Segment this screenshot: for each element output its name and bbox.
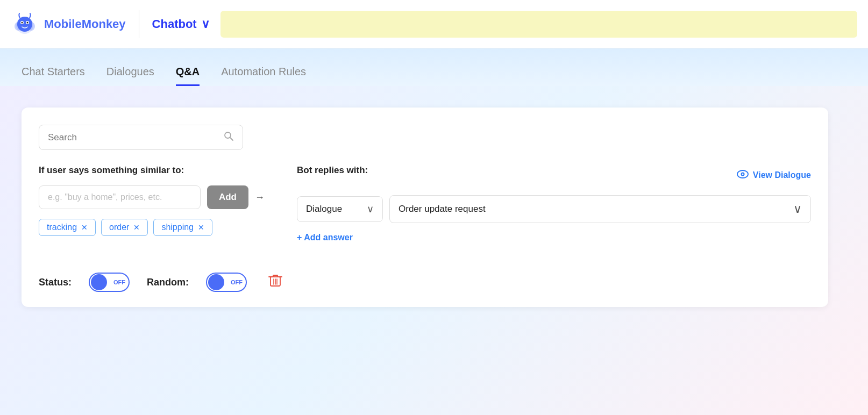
svg-point-8 <box>225 132 231 138</box>
random-toggle-label: OFF <box>231 279 243 285</box>
main-content: If user says something similar to: Add →… <box>0 86 868 415</box>
tag-remove-order[interactable]: ✕ <box>133 223 140 232</box>
tag-remove-shipping[interactable]: ✕ <box>198 223 204 232</box>
user-says-label: If user says something similar to: <box>39 165 265 176</box>
dialogue-type-select[interactable]: Dialogue ∨ <box>297 196 383 222</box>
qa-card: If user says something similar to: Add →… <box>22 108 828 307</box>
arrow-right-icon: → <box>255 192 265 203</box>
status-toggle-label: OFF <box>113 279 125 285</box>
header-banner <box>220 11 857 38</box>
delete-button[interactable] <box>268 273 282 291</box>
dialogue-row: Dialogue ∨ Order update request ∨ <box>297 195 811 223</box>
add-row: Add → <box>39 185 265 209</box>
qa-section: If user says something similar to: Add →… <box>39 165 811 242</box>
svg-point-6 <box>22 22 23 23</box>
search-icon <box>223 131 234 144</box>
bottom-row: Status: OFF Random: OFF <box>39 262 811 292</box>
left-section: If user says something similar to: Add →… <box>39 165 265 242</box>
tab-qna[interactable]: Q&A <box>176 66 200 86</box>
add-button[interactable]: Add <box>207 185 248 209</box>
chatbot-label: Chatbot <box>152 17 197 31</box>
right-section: Bot replies with: View Dialogue <box>265 165 811 242</box>
tab-automation-rules[interactable]: Automation Rules <box>221 66 306 86</box>
random-toggle[interactable]: OFF <box>206 273 247 292</box>
svg-point-7 <box>27 22 29 23</box>
dialogue-type-label: Dialogue <box>306 204 342 214</box>
random-label: Random: <box>147 277 189 288</box>
svg-point-12 <box>742 174 743 175</box>
add-answer-button[interactable]: + Add answer <box>297 233 353 242</box>
tag-shipping: shipping ✕ <box>153 219 212 236</box>
phrase-input[interactable] <box>39 185 201 209</box>
dialogue-name-label: Order update request <box>399 204 486 214</box>
search-input[interactable] <box>48 132 223 143</box>
svg-point-3 <box>17 17 32 32</box>
tab-dialogues[interactable]: Dialogues <box>106 66 154 86</box>
header: MobileMonkey Chatbot ∨ <box>0 0 868 48</box>
dialogue-name-select[interactable]: Order update request ∨ <box>389 195 811 223</box>
logo-icon <box>11 10 39 38</box>
tags-row: tracking ✕ order ✕ shipping ✕ <box>39 219 265 236</box>
tag-order: order ✕ <box>101 219 148 236</box>
chevron-down-icon: ∨ <box>367 203 374 215</box>
tag-label: tracking <box>47 223 77 232</box>
bot-replies-header: Bot replies with: View Dialogue <box>297 165 811 185</box>
tab-chat-starters[interactable]: Chat Starters <box>22 66 85 86</box>
logo-area: MobileMonkey <box>11 10 139 38</box>
eye-icon <box>737 170 749 181</box>
chevron-down-icon: ∨ <box>793 202 802 216</box>
bot-replies-label: Bot replies with: <box>297 165 368 176</box>
search-wrapper <box>39 125 243 150</box>
tag-remove-tracking[interactable]: ✕ <box>81 223 88 232</box>
tag-label: shipping <box>161 223 194 232</box>
status-label: Status: <box>39 277 72 288</box>
status-toggle[interactable]: OFF <box>89 273 130 292</box>
view-dialogue-label: View Dialogue <box>753 170 811 180</box>
chevron-down-icon: ∨ <box>201 17 210 31</box>
svg-line-9 <box>230 138 233 140</box>
tag-tracking: tracking ✕ <box>39 219 96 236</box>
tag-label: order <box>109 223 129 232</box>
logo-text: MobileMonkey <box>44 17 126 31</box>
chatbot-dropdown-button[interactable]: Chatbot ∨ <box>152 17 210 31</box>
view-dialogue-button[interactable]: View Dialogue <box>737 170 811 181</box>
nav-tabs: Chat Starters Dialogues Q&A Automation R… <box>0 48 868 86</box>
